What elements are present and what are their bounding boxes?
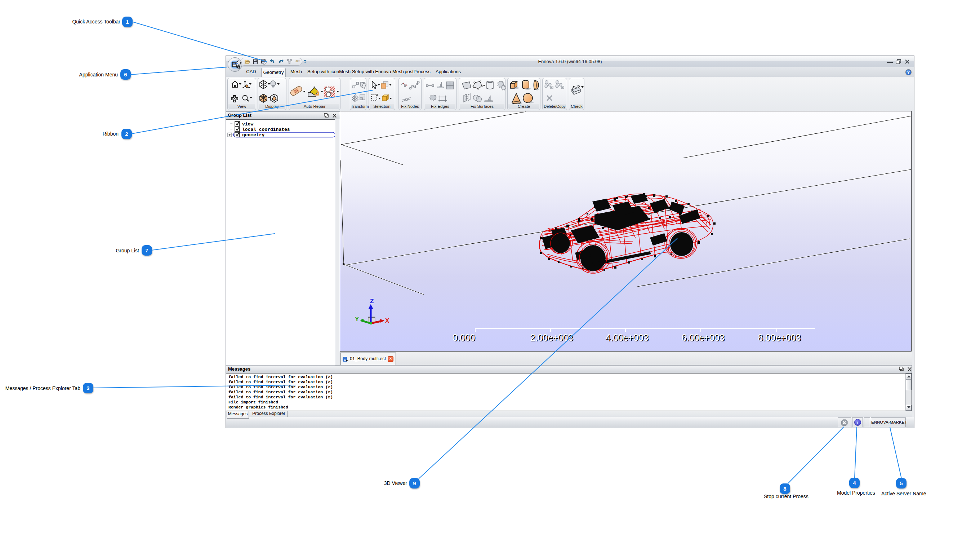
svg-text:4.00e+003: 4.00e+003 — [606, 332, 649, 342]
svg-text:X: X — [385, 317, 390, 324]
svg-text:2.00e+003: 2.00e+003 — [530, 332, 573, 342]
svg-text:8.00e+003: 8.00e+003 — [758, 332, 801, 342]
svg-text:0.000: 0.000 — [453, 332, 475, 342]
svg-text:6.00e+003: 6.00e+003 — [682, 332, 725, 342]
svg-text:Z: Z — [370, 298, 374, 305]
svg-text:Y: Y — [355, 316, 359, 323]
